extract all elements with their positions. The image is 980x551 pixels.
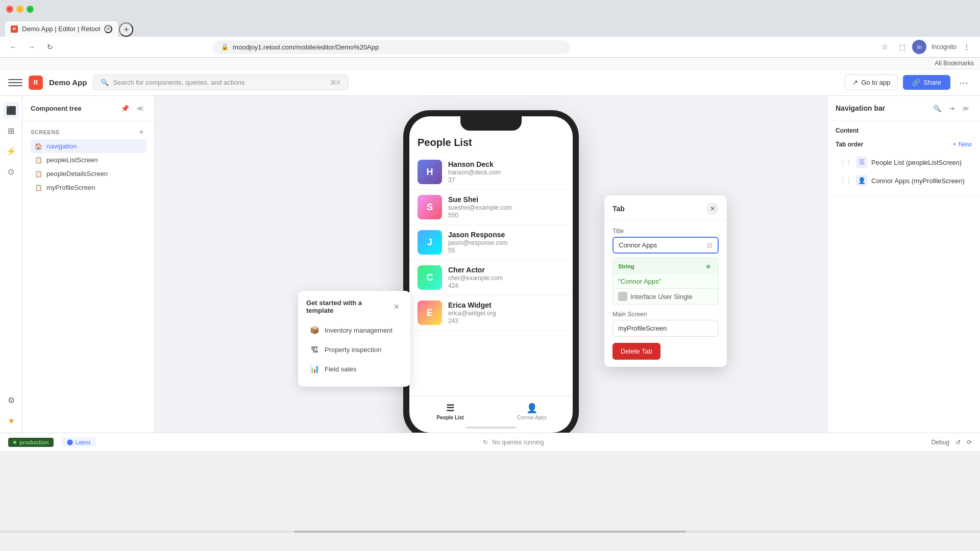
- main-screen-label: Main Screen: [612, 311, 719, 318]
- sidebar-state-btn[interactable]: ⊙: [3, 163, 19, 180]
- person-id-jason: 55: [448, 247, 565, 254]
- browser-tab-active[interactable]: R Demo App | Editor | Retool ✕: [4, 20, 119, 37]
- template-field-sales-label: Field sales: [325, 365, 356, 373]
- tab-popup-body: Title ⊟ String ⊕ "Connor Apps" Int: [604, 220, 727, 367]
- more-actions-btn[interactable]: ⋯: [955, 74, 972, 91]
- template-popup: Get started with a template ✕ 📦 Inventor…: [298, 291, 410, 387]
- go-to-app-button[interactable]: ↗ Go to app: [845, 74, 898, 90]
- person-item-sue[interactable]: S Sue Shei sueshei@example.com 550: [409, 190, 573, 225]
- window-close-btn[interactable]: ✕: [6, 6, 13, 13]
- person-item-hanson[interactable]: H Hanson Deck hanson@deck.com 37: [409, 155, 573, 190]
- person-info-jason: Jason Response jason@response.com 55: [448, 231, 565, 254]
- suggestion-value[interactable]: "Connor Apps": [613, 274, 718, 288]
- template-item-property[interactable]: 🏗 Property inspection: [306, 340, 402, 359]
- person-email-cher: cher@example.com: [448, 274, 565, 282]
- reload-btn[interactable]: ↻: [43, 40, 57, 54]
- right-panel-collapse-btn[interactable]: ≫: [960, 102, 972, 114]
- search-bar[interactable]: 🔍 Search for components, queries, and ac…: [93, 74, 348, 90]
- sidebar-settings-btn[interactable]: ⚙: [3, 392, 19, 408]
- tab-close-btn[interactable]: ✕: [104, 25, 112, 33]
- hamburger-menu[interactable]: [8, 76, 22, 90]
- mobile-nav-people-list[interactable]: ☰ People List: [409, 398, 491, 424]
- screen-item-people-details[interactable]: 📋 peopleDetailsScreen: [31, 167, 146, 181]
- app-topbar: R Demo App 🔍 Search for components, quer…: [0, 69, 980, 96]
- person-item-jason[interactable]: J Jason Response jason@response.com 55: [409, 225, 573, 260]
- person-info-sue: Sue Shei sueshei@example.com 550: [448, 195, 565, 219]
- history-btn[interactable]: ↺: [955, 439, 961, 446]
- person-name-sue: Sue Shei: [448, 195, 565, 204]
- template-item-field-sales[interactable]: 📊 Field sales: [306, 359, 402, 379]
- suggestion-avatar: [618, 292, 627, 301]
- sidebar-components-btn[interactable]: ⊞: [3, 122, 19, 139]
- person-email-jason: jason@response.com: [448, 239, 565, 246]
- person-id-cher: 424: [448, 282, 565, 289]
- profile-btn[interactable]: In: [912, 40, 926, 54]
- latest-badge[interactable]: ⬤ Latest: [62, 437, 95, 447]
- cast-btn[interactable]: ⬚: [895, 40, 909, 54]
- scrollbar-thumb[interactable]: [294, 531, 686, 533]
- new-tab-button[interactable]: + New: [952, 140, 972, 148]
- bookmark-btn[interactable]: ☆: [877, 40, 892, 54]
- window-maximize-btn[interactable]: +: [27, 6, 34, 13]
- mobile-nav-connor-apps[interactable]: 👤 Connor Apps: [491, 398, 573, 424]
- person-item-erica[interactable]: E Erica Widget erica@widget.org 243: [409, 295, 573, 331]
- screen-item-my-profile[interactable]: 📋 myProfileScreen: [31, 181, 146, 194]
- production-label: production: [19, 439, 48, 445]
- right-panel-search-btn[interactable]: 🔍: [931, 102, 943, 114]
- avatar-sue: S: [418, 195, 442, 219]
- browser-tabs-row: R Demo App | Editor | Retool ✕ +: [0, 18, 980, 37]
- component-tree-title: Component tree: [31, 105, 82, 112]
- screens-label: SCREENS +: [31, 125, 146, 139]
- tab-order-item-people-list[interactable]: ⋮⋮ ☰ People List (peopleListScreen): [836, 153, 972, 171]
- sidebar-layers-btn[interactable]: ⬛: [3, 102, 19, 118]
- suggestion-copy-btn[interactable]: ⊕: [703, 261, 713, 271]
- person-info-erica: Erica Widget erica@widget.org 243: [448, 301, 565, 324]
- person-item-cher[interactable]: C Cher Actor cher@example.com 424: [409, 260, 573, 295]
- delete-tab-button[interactable]: Delete Tab: [612, 343, 660, 360]
- all-bookmarks-label[interactable]: All Bookmarks: [935, 60, 974, 67]
- screens-section: SCREENS + 🏠 navigation 📋 peopleListScree…: [22, 121, 155, 198]
- new-tab-btn[interactable]: +: [119, 22, 133, 37]
- window-minimize-btn[interactable]: –: [16, 6, 23, 13]
- browser-menu-btn[interactable]: ⋮: [960, 40, 974, 54]
- title-field-input[interactable]: [619, 241, 707, 249]
- template-inventory-label: Inventory management: [325, 327, 393, 334]
- suggestion-item[interactable]: Interface User Single: [613, 288, 718, 304]
- canvas-scrollbar[interactable]: [0, 531, 980, 533]
- autocomplete-dropdown: String ⊕ "Connor Apps" Interface User Si…: [612, 258, 719, 305]
- title-field-label: Title: [612, 228, 719, 235]
- address-bar-row: ← → ↻ 🔒 moodjoy1.retool.com/mobile/edito…: [0, 37, 980, 58]
- sidebar-icons: ⬛ ⊞ ⚡ ⊙ ⚙ ★: [0, 96, 22, 433]
- pin-panel-btn[interactable]: 📌: [119, 102, 131, 114]
- url-text: moodjoy1.retool.com/mobile/editor/Demo%2…: [233, 43, 379, 51]
- collapse-panel-btn[interactable]: ≪: [134, 102, 146, 114]
- template-item-inventory[interactable]: 📦 Inventory management: [306, 320, 402, 340]
- screen-item-navigation[interactable]: 🏠 navigation: [31, 139, 146, 153]
- template-popup-close-btn[interactable]: ✕: [391, 301, 402, 312]
- suggestion-item-label: Interface User Single: [630, 293, 692, 300]
- status-bar: production ⬤ Latest ↻ No queries running…: [0, 433, 980, 451]
- list-icon-1: 📋: [35, 157, 42, 164]
- address-bar[interactable]: 🔒 moodjoy1.retool.com/mobile/editor/Demo…: [213, 40, 570, 54]
- person-info-cher: Cher Actor cher@example.com 424: [448, 266, 565, 289]
- avatar-cher: C: [418, 265, 442, 290]
- input-clear-icon[interactable]: ⊟: [707, 241, 713, 249]
- search-shortcut: ⌘K: [330, 79, 340, 86]
- production-badge[interactable]: production: [8, 438, 54, 447]
- debug-btn[interactable]: Debug: [932, 439, 949, 446]
- tab-popup-close-btn[interactable]: ✕: [706, 203, 719, 215]
- drag-handle-people-list: ⋮⋮: [840, 159, 852, 166]
- forward-btn[interactable]: →: [24, 40, 39, 54]
- screen-item-people-list[interactable]: 📋 peopleListScreen: [31, 153, 146, 167]
- title-field-input-row: ⊟: [612, 237, 719, 254]
- add-screen-btn[interactable]: +: [136, 127, 146, 137]
- back-btn[interactable]: ←: [6, 40, 20, 54]
- refresh-btn[interactable]: ⟳: [967, 439, 972, 446]
- people-list: H Hanson Deck hanson@deck.com 37 S: [409, 155, 573, 396]
- right-panel-expand-btn[interactable]: ⇥: [945, 102, 958, 114]
- sidebar-queries-btn[interactable]: ⚡: [3, 143, 19, 159]
- main-screen-select[interactable]: myProfileScreen peopleListScreen peopleD…: [612, 320, 719, 337]
- share-button[interactable]: 🔗 Share: [903, 75, 950, 90]
- sidebar-star-btn[interactable]: ★: [3, 412, 19, 429]
- tab-order-item-connor[interactable]: ⋮⋮ 👤 Connor Apps (myProfileScreen): [836, 171, 972, 190]
